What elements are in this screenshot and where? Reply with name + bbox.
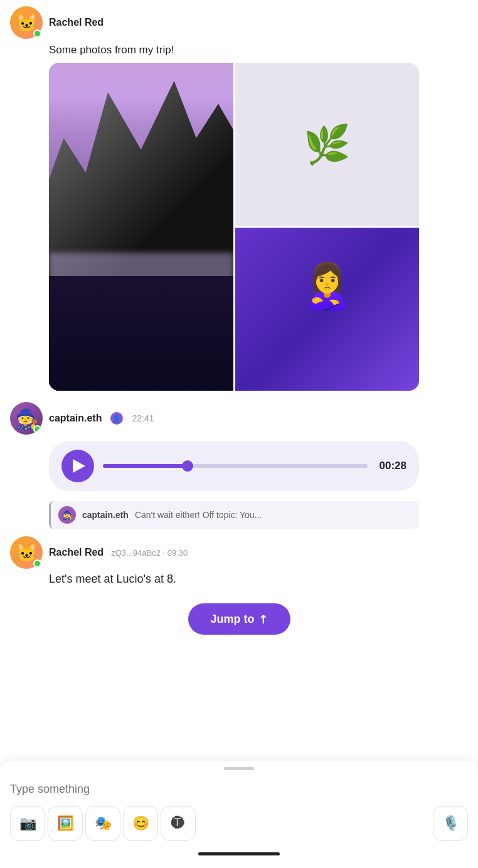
reply-avatar: 🧙 xyxy=(58,506,76,524)
captain-username: captain.eth xyxy=(49,413,102,424)
jump-to-button[interactable]: Jump to ↗ xyxy=(188,603,290,635)
captain-online-indicator xyxy=(33,425,41,433)
audio-player: 00:28 xyxy=(49,441,419,491)
jump-to-container: Jump to ↗ xyxy=(0,591,478,646)
mountain-photo[interactable] xyxy=(49,63,233,391)
progress-thumb xyxy=(182,460,193,472)
input-area: 📷 🖼️ 🎭 😊 🅣 🎙️ xyxy=(0,761,478,868)
rachel-avatar xyxy=(10,6,43,39)
online-indicator xyxy=(33,29,41,38)
flower-photo[interactable]: 🌿 xyxy=(235,63,420,226)
toolbar-left: 📷 🖼️ 🎭 😊 🅣 xyxy=(10,806,196,841)
jump-to-label: Jump to xyxy=(211,613,255,626)
play-icon xyxy=(73,459,85,473)
rachel-avatar-2 xyxy=(10,536,43,569)
play-button[interactable] xyxy=(61,450,94,482)
jump-arrow-icon: ↗ xyxy=(255,611,271,627)
rachel-wallet-id: zQ3...94aBc2 · 09:30 xyxy=(111,548,188,558)
rachel-message-text: Let's meet at Lucio's at 8. xyxy=(49,573,468,586)
progress-fill xyxy=(103,464,188,468)
image-button[interactable]: 🖼️ xyxy=(48,806,83,841)
toolbar-row: 📷 🖼️ 🎭 😊 🅣 🎙️ xyxy=(0,803,478,844)
audio-duration: 00:28 xyxy=(376,460,406,472)
captain-avatar xyxy=(10,402,43,435)
message-input[interactable] xyxy=(10,779,468,803)
rachel-sender-name: Rachel Red xyxy=(49,547,104,558)
audio-time: 22:41 xyxy=(132,413,154,423)
reply-section: 🧙 captain.eth Can't wait either! Off top… xyxy=(0,496,478,536)
emoji-button[interactable]: 😊 xyxy=(123,806,158,841)
face-photo[interactable]: 🙎‍♀️ xyxy=(235,228,420,391)
verified-icon: 👤 xyxy=(110,412,123,425)
photo-grid: 🌿 🙎‍♀️ xyxy=(49,63,419,391)
rachel-meet-message: Rachel Red zQ3...94aBc2 · 09:30 Let's me… xyxy=(0,536,478,591)
message-text: Some photos from my trip! xyxy=(49,44,468,56)
rachel-online-dot-2 xyxy=(33,559,41,568)
audio-message-header: captain.eth 👤 22:41 xyxy=(10,402,468,435)
sender-name: Rachel Red xyxy=(49,17,104,28)
text-button[interactable]: 🅣 xyxy=(161,806,196,841)
reply-preview[interactable]: 🧙 captain.eth Can't wait either! Off top… xyxy=(49,501,419,529)
rachel-msg-header: Rachel Red zQ3...94aBc2 · 09:30 xyxy=(10,536,468,569)
reply-text: Can't wait either! Off topic: You... xyxy=(135,510,262,520)
home-indicator xyxy=(198,852,280,855)
audio-message-block: captain.eth 👤 22:41 00:28 xyxy=(0,397,478,496)
face-emoji: 🙎‍♀️ xyxy=(300,260,354,312)
message-header: Rachel Red xyxy=(10,6,468,39)
drag-handle xyxy=(224,767,254,770)
mic-button[interactable]: 🎙️ xyxy=(433,806,468,841)
rachel-photo-message: Rachel Red Some photos from my trip! 🌿 🙎… xyxy=(0,0,478,397)
reply-username: captain.eth xyxy=(82,510,129,520)
camera-button[interactable]: 📷 xyxy=(10,806,45,841)
audio-progress-bar[interactable] xyxy=(103,464,368,468)
gif-button[interactable]: 🎭 xyxy=(85,806,120,841)
